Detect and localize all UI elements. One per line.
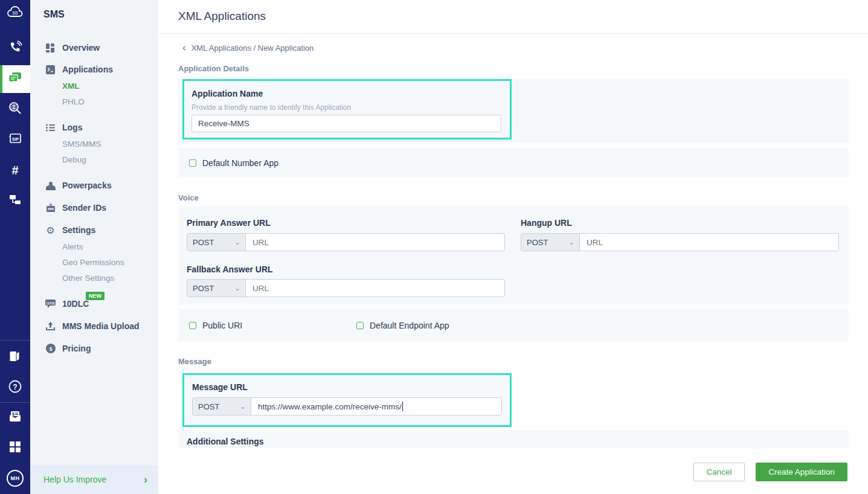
upload-icon <box>45 321 56 332</box>
sidebar-item-alerts[interactable]: Alerts <box>30 240 158 253</box>
default-number-app-checkbox[interactable] <box>189 159 196 167</box>
sidebar-item-pricing[interactable]: $ Pricing <box>30 342 158 355</box>
avatar: MH <box>7 470 24 487</box>
sidebar-item-label: Debug <box>62 155 86 164</box>
message-url-value: https://www.example.com/receive-mms/ <box>258 402 402 411</box>
rail-item-docs[interactable] <box>0 344 30 371</box>
sidebar-item-label: Sender IDs <box>62 203 106 213</box>
hangup-url-label: Hangup URL <box>521 218 572 228</box>
hangup-method-select[interactable]: POST ⌄ <box>521 234 580 251</box>
phone-waves-icon <box>8 40 22 57</box>
svg-text:SIP: SIP <box>12 137 19 141</box>
rail-divider <box>0 340 30 341</box>
sidebar-item-label: Powerpacks <box>62 181 112 190</box>
svg-text:$: $ <box>49 346 52 352</box>
cloud-dialpad-icon <box>7 6 23 22</box>
id-badge-icon <box>45 203 56 213</box>
fallback-answer-url-label: Fallback Answer URL <box>187 265 273 274</box>
section-label-application-details: Application Details <box>178 64 249 73</box>
default-number-app-label: Default Number App <box>202 158 278 168</box>
rail-item-phlo[interactable] <box>0 187 30 215</box>
message-url-input[interactable]: https://www.example.com/receive-mms/ <box>251 398 501 415</box>
sidebar-item-overview[interactable]: Overview <box>30 41 158 54</box>
rail-item-cloud[interactable] <box>0 0 30 28</box>
sidebar-item-label: Logs <box>62 123 82 132</box>
primary-method-value: POST <box>193 238 214 247</box>
rail-item-help[interactable]: ? <box>0 374 30 402</box>
sidebar-item-sms-mms[interactable]: SMS/MMS <box>30 137 158 150</box>
sidebar-item-logs[interactable]: Logs <box>30 121 158 134</box>
rail-item-sms-active[interactable] <box>0 65 30 93</box>
question-circle-icon: ? <box>8 379 22 396</box>
sidebar: SMS Overview Applications XML PHLO <box>30 0 158 494</box>
sidebar-item-label: Applications <box>62 65 113 74</box>
tutorial-highlight-app-name: Application Name Provide a friendly name… <box>182 79 512 140</box>
sidebar-item-label: MMS Media Upload <box>62 321 140 331</box>
primary-method-select[interactable]: POST ⌄ <box>187 234 246 251</box>
terminal-icon <box>45 65 56 75</box>
breadcrumb-text[interactable]: XML Applications / New Application <box>191 43 314 53</box>
default-endpoint-app-checkbox[interactable] <box>356 322 364 329</box>
sidebar-item-label: Other Settings <box>62 274 114 283</box>
cancel-button[interactable]: Cancel <box>693 463 745 481</box>
rail-item-lookup[interactable] <box>0 95 30 123</box>
hangup-url-input[interactable] <box>580 234 838 251</box>
rail-item-apps[interactable] <box>0 434 30 462</box>
chat-messages-icon <box>8 71 22 88</box>
header-divider <box>158 33 868 34</box>
sidebar-item-debug[interactable]: Debug <box>30 153 158 166</box>
sidebar-item-other-settings[interactable]: Other Settings <box>30 271 158 284</box>
billing-envelope-icon: $ <box>8 410 22 426</box>
help-us-improve[interactable]: Help Us Improve › <box>30 465 158 494</box>
rail-item-sip[interactable]: SIP <box>0 126 30 154</box>
svg-text:?: ? <box>13 383 17 391</box>
app-rail: SIP # ? <box>0 0 30 494</box>
fallback-method-value: POST <box>193 284 214 293</box>
dollar-circle-icon: $ <box>45 344 56 354</box>
create-application-button[interactable]: Create Application <box>756 463 847 481</box>
sidebar-item-geo-permissions[interactable]: Geo Permissions <box>30 255 158 269</box>
message-method-select[interactable]: POST ⌄ <box>193 398 251 415</box>
message-url-label: Message URL <box>192 382 248 392</box>
hangup-url-group: POST ⌄ <box>521 233 839 251</box>
app-name-input[interactable] <box>191 115 501 132</box>
powerpack-icon <box>45 181 56 191</box>
sidebar-item-xml[interactable]: XML <box>30 79 158 92</box>
sidebar-item-applications[interactable]: Applications <box>30 63 158 76</box>
book-icon <box>8 350 22 365</box>
sidebar-item-sender-ids[interactable]: Sender IDs <box>30 201 158 214</box>
additional-settings-label: Additional Settings <box>187 437 264 446</box>
sidebar-item-settings[interactable]: ⚙ Settings <box>30 223 158 237</box>
sidebar-item-phlo[interactable]: PHLO <box>30 95 158 108</box>
public-uri-checkbox[interactable] <box>189 322 196 329</box>
sidebar-item-10dlc[interactable]: (123) 10DLC NEW <box>30 297 158 310</box>
section-label-voice: Voice <box>178 193 199 202</box>
sidebar-item-powerpacks[interactable]: Powerpacks <box>30 179 158 192</box>
default-endpoint-app-row: Default Endpoint App <box>356 321 449 330</box>
new-badge: NEW <box>86 292 104 300</box>
fallback-answer-url-input[interactable] <box>246 280 504 297</box>
rail-item-billing[interactable]: $ <box>0 404 30 432</box>
voice-checkboxes-card: Public URI Default Endpoint App <box>178 309 849 341</box>
list-icon <box>45 123 56 133</box>
page-title: XML Applications <box>178 10 266 23</box>
primary-answer-url-group: POST ⌄ <box>187 233 505 251</box>
sidebar-item-label: Alerts <box>62 242 83 251</box>
primary-answer-url-input[interactable] <box>246 234 504 251</box>
rail-divider <box>0 402 30 403</box>
message-method-value: POST <box>198 402 219 411</box>
voice-card: Primary Answer URL POST ⌄ Hangup URL POS… <box>178 205 849 305</box>
chevron-left-icon[interactable]: ‹ <box>182 42 186 54</box>
rail-item-voice[interactable] <box>0 35 30 63</box>
rail-item-numbers[interactable]: # <box>0 156 30 184</box>
fallback-method-select[interactable]: POST ⌄ <box>187 280 246 297</box>
sidebar-title: SMS <box>43 9 65 20</box>
tutorial-highlight-message-url: Message URL POST ⌄ https://www.example.c… <box>182 373 512 427</box>
sidebar-item-mms-media-upload[interactable]: MMS Media Upload <box>30 319 158 333</box>
rail-item-account[interactable]: MH <box>0 464 30 492</box>
hangup-method-value: POST <box>527 238 548 247</box>
default-number-app-card: Default Number App <box>178 148 849 177</box>
section-label-message: Message <box>178 357 211 366</box>
apps-grid-icon <box>9 441 21 455</box>
main-content: XML Applications ‹ XML Applications / Ne… <box>158 0 868 494</box>
